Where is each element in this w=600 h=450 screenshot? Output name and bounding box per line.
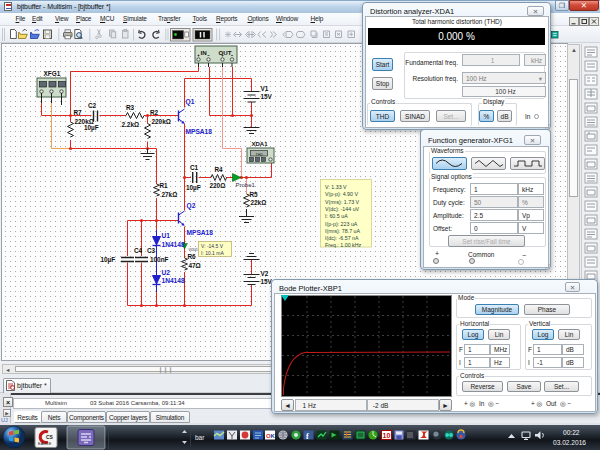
svg-text:R6: R6 xyxy=(188,253,197,260)
svg-text:V1: V1 xyxy=(261,85,269,92)
svg-text:I(p-p): 223 uA: I(p-p): 223 uA xyxy=(325,221,358,227)
svg-text:1N4148: 1N4148 xyxy=(162,241,185,248)
svg-text:I(dc): -6.57 nA: I(dc): -6.57 nA xyxy=(325,235,359,241)
svg-text:EAGLE: EAGLE xyxy=(38,441,52,446)
svg-text:V(p-p): 4.90 V: V(p-p): 4.90 V xyxy=(325,191,358,197)
svg-text:CS: CS xyxy=(46,434,54,440)
svg-text:V: 1.33 V: V: 1.33 V xyxy=(325,184,347,190)
svg-text:I: 60.5 uA: I: 60.5 uA xyxy=(325,213,348,219)
svg-text:V2: V2 xyxy=(261,270,269,277)
svg-text:100nF: 100nF xyxy=(150,256,169,263)
svg-text:47Ω: 47Ω xyxy=(189,262,201,269)
svg-text:V: -14.5 V: V: -14.5 V xyxy=(201,243,224,249)
svg-text:R1: R1 xyxy=(160,182,169,189)
svg-text:V(dc): -144 uV: V(dc): -144 uV xyxy=(325,206,360,212)
svg-text:f: f xyxy=(306,432,309,441)
svg-text:10µF: 10µF xyxy=(84,124,99,132)
svg-text:R4: R4 xyxy=(215,166,224,173)
svg-text:vout: vout xyxy=(189,247,199,252)
svg-text:Probe1: Probe1 xyxy=(236,182,256,188)
svg-text:IN: IN xyxy=(201,49,208,56)
svg-text:R2: R2 xyxy=(150,109,159,116)
svg-text:22kΩ: 22kΩ xyxy=(251,199,267,206)
svg-text:Freq.: 1.00 kHz: Freq.: 1.00 kHz xyxy=(325,242,362,248)
svg-text:10µF: 10µF xyxy=(186,184,201,192)
svg-text:C1: C1 xyxy=(190,164,199,171)
svg-text:10µF: 10µF xyxy=(101,256,116,264)
svg-text:MPSA18: MPSA18 xyxy=(186,128,213,135)
svg-text:R3: R3 xyxy=(126,104,135,111)
svg-text:00:22: 00:22 xyxy=(563,429,580,436)
svg-text:220kΩ: 220kΩ xyxy=(152,118,171,125)
svg-text:1N4148: 1N4148 xyxy=(162,277,185,284)
svg-text:03.02.2016: 03.02.2016 xyxy=(553,439,586,446)
svg-text:MPSA18: MPSA18 xyxy=(187,229,214,236)
svg-text:C2: C2 xyxy=(88,102,97,109)
svg-text:R7: R7 xyxy=(74,109,83,116)
svg-text:C3: C3 xyxy=(147,247,156,254)
svg-text:Q1: Q1 xyxy=(186,98,195,106)
svg-text:U2: U2 xyxy=(162,269,171,276)
svg-text:220kΩ: 220kΩ xyxy=(75,118,94,125)
svg-text:10: 10 xyxy=(383,432,391,439)
svg-text:THD: THD xyxy=(256,153,264,157)
svg-text:27kΩ: 27kΩ xyxy=(162,191,178,198)
svg-text:I: 10.1 mA: I: 10.1 mA xyxy=(201,250,224,256)
svg-text:U1: U1 xyxy=(162,232,171,239)
svg-text:Q2: Q2 xyxy=(187,202,196,210)
svg-text:bar: bar xyxy=(195,434,205,441)
svg-text:C4: C4 xyxy=(134,247,143,254)
svg-text:K: K xyxy=(271,433,276,439)
svg-text:I(rms): 78.7 uA: I(rms): 78.7 uA xyxy=(325,228,360,234)
svg-text:15V: 15V xyxy=(261,93,273,100)
svg-text:R5: R5 xyxy=(250,191,259,198)
svg-text:2.2kΩ: 2.2kΩ xyxy=(122,121,140,128)
svg-text:220Ω: 220Ω xyxy=(210,182,226,189)
svg-text:XDA1: XDA1 xyxy=(252,141,269,147)
svg-text:OUT: OUT xyxy=(219,49,232,56)
svg-text:XFG1: XFG1 xyxy=(44,70,61,77)
svg-text:V(rms): 1.73 V: V(rms): 1.73 V xyxy=(325,199,360,205)
